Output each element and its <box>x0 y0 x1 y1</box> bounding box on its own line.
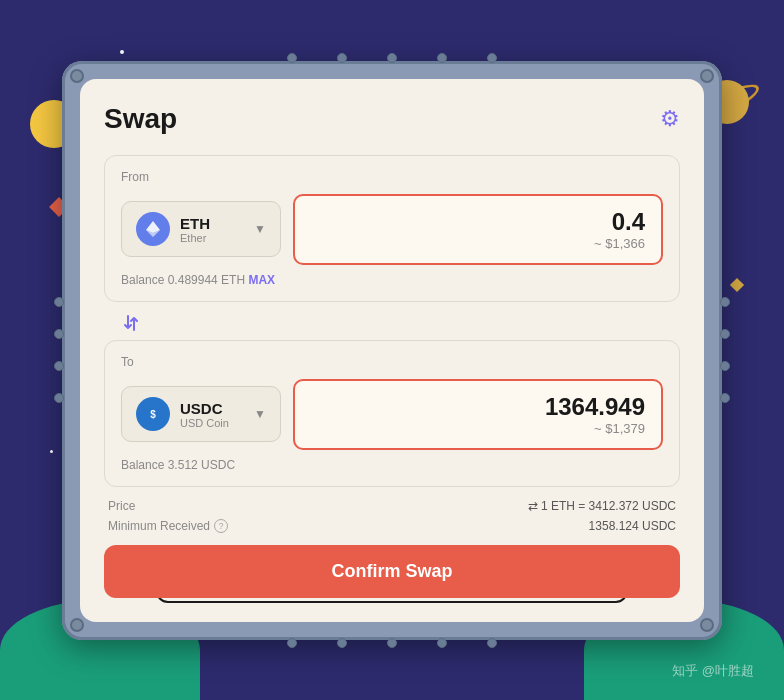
min-received-label: Minimum Received ? <box>108 519 228 533</box>
from-row: ETH Ether ▼ 0.4 ~ $1,366 <box>121 194 663 265</box>
to-section: To $ USDC USD Coin ▼ <box>104 340 680 487</box>
from-amount-value: 0.4 <box>311 208 645 236</box>
price-label: Price <box>108 499 135 513</box>
top-dot <box>487 53 497 63</box>
chevron-down-icon: ▼ <box>254 407 266 421</box>
top-dot <box>387 53 397 63</box>
confirm-btn-wrapper: Confirm Swap <box>104 545 680 598</box>
from-balance-row: Balance 0.489944 ETH MAX <box>121 273 663 287</box>
watermark: 知乎 @叶胜超 <box>672 662 754 680</box>
from-amount-usd: ~ $1,366 <box>311 236 645 251</box>
to-amount-value: 1364.949 <box>311 393 645 421</box>
bottom-dot <box>487 638 497 648</box>
from-balance-text: Balance 0.489944 ETH <box>121 273 245 287</box>
top-dot <box>437 53 447 63</box>
from-label: From <box>121 170 663 184</box>
to-token-name: USD Coin <box>180 417 244 429</box>
star <box>50 450 53 453</box>
top-dot <box>337 53 347 63</box>
from-section: From ETH Ether ▼ <box>104 155 680 302</box>
side-dot <box>720 393 730 403</box>
card-header: Swap ⚙ <box>104 103 680 135</box>
bolt-top-left <box>70 69 84 83</box>
from-token-selector[interactable]: ETH Ether ▼ <box>121 201 281 257</box>
usdc-icon: $ <box>136 397 170 431</box>
to-token-selector[interactable]: $ USDC USD Coin ▼ <box>121 386 281 442</box>
bolt-bottom-right <box>700 618 714 632</box>
to-token-symbol: USDC <box>180 400 244 417</box>
side-dot <box>720 297 730 307</box>
min-received-row: Minimum Received ? 1358.124 USDC <box>104 517 680 535</box>
eth-icon <box>136 212 170 246</box>
info-icon[interactable]: ? <box>214 519 228 533</box>
bottom-dots <box>287 638 497 648</box>
from-token-symbol: ETH <box>180 215 244 232</box>
bottom-dot <box>287 638 297 648</box>
to-amount-box: 1364.949 ~ $1,379 <box>293 379 663 450</box>
to-amount-usd: ~ $1,379 <box>311 421 645 436</box>
side-dot <box>54 393 64 403</box>
diamond-decoration <box>730 278 744 292</box>
settings-icon[interactable]: ⚙ <box>660 106 680 132</box>
side-dot <box>54 297 64 307</box>
side-dot <box>54 329 64 339</box>
eth-token-info: ETH Ether <box>180 215 244 244</box>
from-amount-box[interactable]: 0.4 ~ $1,366 <box>293 194 663 265</box>
swap-direction-toggle[interactable] <box>104 306 680 340</box>
to-balance-row: Balance 3.512 USDC <box>121 458 663 472</box>
bottom-dot <box>387 638 397 648</box>
min-received-value: 1358.124 USDC <box>589 519 676 533</box>
bolt-top-right <box>700 69 714 83</box>
side-dots-right <box>720 297 730 403</box>
to-row: $ USDC USD Coin ▼ 1364.949 ~ $1,379 <box>121 379 663 450</box>
chevron-down-icon: ▼ <box>254 222 266 236</box>
page-title: Swap <box>104 103 177 135</box>
top-dot <box>287 53 297 63</box>
star <box>120 50 124 54</box>
side-dot <box>54 361 64 371</box>
confirm-swap-button[interactable]: Confirm Swap <box>104 545 680 598</box>
to-label: To <box>121 355 663 369</box>
side-dot <box>720 329 730 339</box>
swap-card: Swap ⚙ From ETH Ether <box>80 79 704 622</box>
from-token-name: Ether <box>180 232 244 244</box>
max-button[interactable]: MAX <box>248 273 275 287</box>
side-dot <box>720 361 730 371</box>
bottom-dot <box>437 638 447 648</box>
price-info-row: Price ⇄ 1 ETH = 3412.372 USDC <box>104 491 680 517</box>
bolt-bottom-left <box>70 618 84 632</box>
panel-frame: Swap ⚙ From ETH Ether <box>62 61 722 640</box>
usdc-token-info: USDC USD Coin <box>180 400 244 429</box>
top-dots <box>287 53 497 63</box>
svg-text:$: $ <box>150 409 156 420</box>
bottom-dot <box>337 638 347 648</box>
to-balance-text: Balance 3.512 USDC <box>121 458 235 472</box>
side-dots-left <box>54 297 64 403</box>
price-value: ⇄ 1 ETH = 3412.372 USDC <box>528 499 676 513</box>
